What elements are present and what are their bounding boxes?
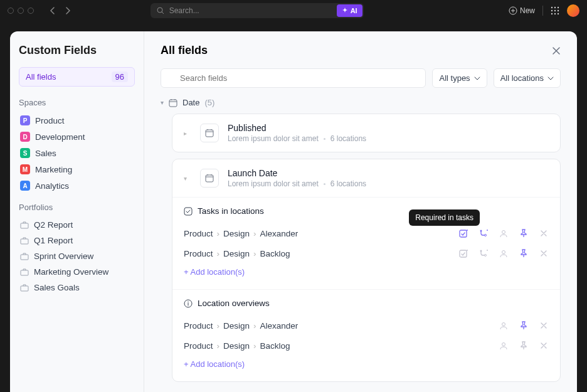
collapse-toggle[interactable]: ▾ [184, 175, 191, 182]
titlebar: Search... AI New [0, 0, 587, 21]
locations-filter[interactable]: All locations [494, 68, 561, 88]
svg-rect-21 [460, 230, 467, 237]
sidebar-space-item[interactable]: DDevelopment [19, 129, 135, 145]
svg-point-6 [554, 10, 556, 11]
briefcase-icon [20, 221, 29, 230]
required-in-tasks-icon[interactable] [458, 228, 468, 238]
svg-point-30 [484, 254, 486, 256]
page-title: All fields [161, 44, 208, 57]
pin-icon[interactable] [519, 320, 529, 331]
user-icon[interactable] [499, 320, 509, 331]
svg-point-2 [551, 7, 553, 8]
sidebar: Custom Fields All fields 96 Spaces PProd… [10, 31, 144, 392]
nav-forward[interactable] [61, 4, 74, 17]
svg-rect-13 [21, 255, 28, 260]
svg-rect-20 [184, 208, 192, 215]
pin-icon[interactable] [519, 228, 529, 238]
maximize-window[interactable] [28, 8, 34, 14]
svg-rect-15 [21, 286, 28, 291]
close-button[interactable] [552, 46, 561, 55]
sparkle-icon [342, 8, 348, 14]
field-card-published: ▸ Published Lorem ipsum dolor sit amet 6… [172, 114, 561, 152]
field-card-launch-date: ▾ Launch Date Lorem ipsum dolor sit amet… [172, 159, 561, 382]
space-avatar: S [20, 148, 30, 158]
app-grid-icon[interactable] [551, 6, 559, 15]
svg-point-5 [551, 10, 553, 11]
svg-point-4 [558, 7, 559, 8]
svg-point-29 [480, 250, 482, 252]
location-row: Product› Design› Alexander [184, 315, 549, 336]
sidebar-portfolio-item[interactable]: Marketing Overview [19, 264, 135, 280]
user-avatar[interactable] [567, 4, 579, 17]
pin-icon[interactable] [519, 341, 529, 351]
chevron-down-icon [547, 77, 554, 80]
svg-point-25 [487, 230, 488, 231]
user-icon[interactable] [499, 248, 509, 258]
divider [542, 6, 543, 16]
svg-point-34 [502, 323, 505, 326]
remove-icon[interactable] [539, 341, 549, 351]
svg-rect-19 [206, 175, 213, 182]
add-location-link[interactable]: + Add location(s) [184, 356, 245, 373]
new-button[interactable]: New [509, 6, 535, 15]
space-name: Product [35, 116, 65, 125]
remove-icon[interactable] [539, 228, 549, 238]
sidebar-portfolio-item[interactable]: Q1 Report [19, 233, 135, 248]
expand-toggle[interactable]: ▸ [184, 130, 191, 137]
plus-circle-icon [509, 6, 517, 15]
sidebar-space-item[interactable]: SSales [19, 145, 135, 161]
sidebar-space-item[interactable]: AAnalytics [19, 177, 135, 194]
svg-point-23 [480, 230, 482, 231]
portfolios-label: Portfolios [19, 203, 135, 212]
briefcase-icon [20, 283, 29, 292]
sidebar-space-item[interactable]: PProduct [19, 112, 135, 129]
svg-rect-27 [460, 250, 467, 257]
space-name: Development [35, 132, 85, 142]
search-icon [157, 7, 164, 14]
main-panel: All fields All types All locations ▾ Dat… [144, 31, 577, 392]
required-in-subtasks-icon[interactable] [479, 228, 489, 238]
overviews-section: Location overviews Product› Design› Alex… [172, 289, 560, 381]
search-fields-input[interactable] [180, 73, 419, 83]
space-avatar: D [20, 132, 30, 142]
required-in-tasks-icon[interactable] [458, 248, 468, 258]
close-window[interactable] [8, 8, 14, 14]
all-fields-filter[interactable]: All fields 96 [19, 67, 135, 87]
calendar-icon [200, 124, 219, 142]
required-in-subtasks-icon[interactable] [479, 248, 489, 258]
caret-down-icon: ▾ [161, 99, 164, 106]
user-icon[interactable] [499, 341, 509, 351]
types-filter[interactable]: All types [432, 68, 487, 88]
location-row: Product› Design› Alexander Required in t… [184, 223, 549, 243]
sidebar-title: Custom Fields [19, 44, 135, 57]
svg-point-8 [551, 13, 553, 14]
sidebar-portfolio-item[interactable]: Sales Goals [19, 280, 135, 295]
remove-icon[interactable] [539, 320, 549, 331]
close-icon [552, 46, 561, 55]
pin-icon[interactable] [519, 248, 529, 258]
svg-point-9 [554, 13, 556, 14]
field-count-badge: 96 [112, 72, 128, 82]
sidebar-space-item[interactable]: MMarketing [19, 161, 135, 177]
briefcase-icon [20, 268, 29, 277]
svg-point-7 [558, 10, 559, 11]
svg-point-3 [554, 7, 556, 8]
ai-badge[interactable]: AI [337, 4, 362, 17]
sidebar-portfolio-item[interactable]: Q2 Report [19, 217, 135, 233]
global-search[interactable]: Search... AI [151, 3, 364, 18]
calendar-icon [200, 169, 219, 188]
user-icon[interactable] [499, 228, 509, 238]
sidebar-portfolio-item[interactable]: Sprint Overview [19, 248, 135, 264]
space-name: Marketing [35, 165, 72, 174]
portfolio-name: Marketing Overview [34, 267, 108, 277]
remove-icon[interactable] [539, 248, 549, 258]
add-location-link[interactable]: + Add location(s) [184, 263, 245, 280]
tasks-section: Tasks in locations Product› Design› Alex… [172, 197, 560, 289]
portfolio-name: Sprint Overview [34, 252, 93, 261]
svg-rect-18 [206, 130, 213, 137]
field-group-header[interactable]: ▾ Date (5) [161, 98, 561, 107]
location-row: Product› Design› Backlog [184, 336, 549, 356]
nav-back[interactable] [46, 4, 59, 17]
minimize-window[interactable] [18, 8, 24, 14]
chevron-down-icon [474, 77, 480, 80]
